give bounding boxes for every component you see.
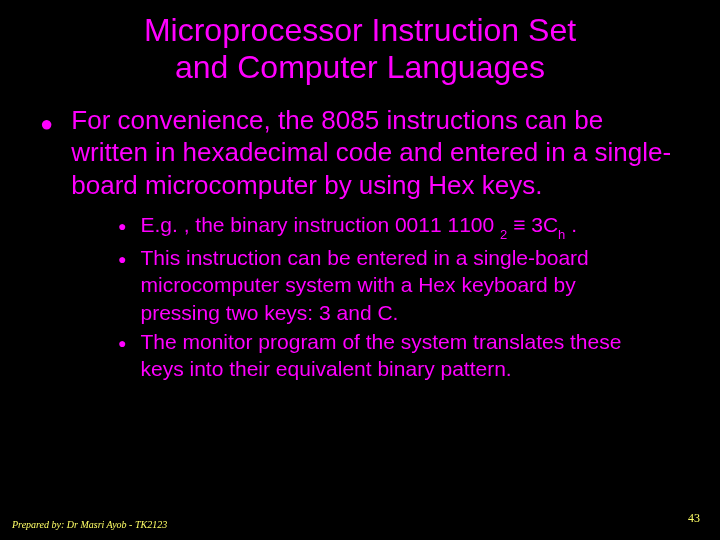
slide: Microprocessor Instruction Set and Compu… — [0, 0, 720, 540]
subscript-2: 2 — [500, 227, 507, 242]
bullet-level-2: ● This instruction can be entered in a s… — [118, 244, 650, 326]
subscript-h: h — [558, 227, 565, 242]
title-line-2: and Computer Languages — [175, 49, 545, 85]
slide-number: 43 — [688, 511, 700, 526]
slide-body: ● For convenience, the 8085 instructions… — [0, 86, 720, 383]
footer-author: Prepared by: Dr Masri Ayob - TK2123 — [12, 519, 167, 530]
bullet-icon: ● — [118, 217, 126, 236]
bullet-icon: ● — [118, 250, 126, 269]
sub-bullet-3-text: The monitor program of the system transl… — [140, 328, 650, 383]
sub-bullet-2-text: This instruction can be entered in a sin… — [140, 244, 650, 326]
bullet-icon: ● — [40, 110, 53, 138]
bullet-level-1: ● For convenience, the 8085 instructions… — [40, 104, 680, 202]
sub-bullet-1-text: E.g. , the binary instruction 0011 1100 … — [140, 211, 577, 242]
bullet-level-2: ● E.g. , the binary instruction 0011 110… — [118, 211, 650, 242]
bullet-icon: ● — [118, 334, 126, 353]
slide-title: Microprocessor Instruction Set and Compu… — [0, 0, 720, 86]
title-line-1: Microprocessor Instruction Set — [144, 12, 576, 48]
sub-bullet-list: ● E.g. , the binary instruction 0011 110… — [40, 211, 680, 383]
bullet-level-2: ● The monitor program of the system tran… — [118, 328, 650, 383]
bullet-text-main: For convenience, the 8085 instructions c… — [71, 104, 680, 202]
sub1-part-a: E.g. , the binary instruction 0011 1100 — [140, 213, 500, 236]
sub1-part-c: . — [565, 213, 577, 236]
sub1-part-b: ≡ 3C — [507, 213, 558, 236]
